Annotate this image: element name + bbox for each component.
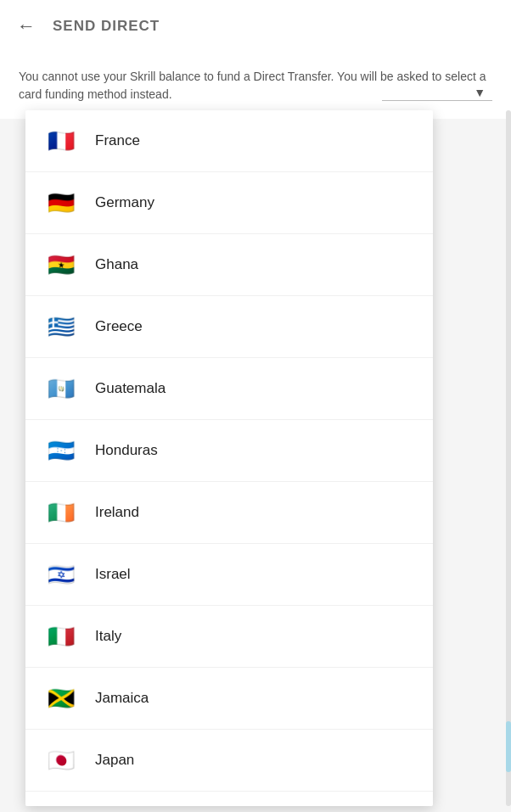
flag-icon: 🇭🇳 xyxy=(42,432,80,469)
scrollbar-thumb[interactable] xyxy=(506,721,511,772)
country-name: France xyxy=(95,132,140,149)
page-title: SEND DIRECT xyxy=(53,18,160,35)
country-dropdown[interactable]: 🇫🇷France🇩🇪Germany🇬🇭Ghana🇬🇷Greece🇬🇹Guatem… xyxy=(25,110,433,806)
flag-icon: 🇫🇷 xyxy=(42,122,80,160)
flag-icon: 🇯🇵 xyxy=(42,742,80,779)
country-item[interactable]: 🇰🇪Kenya xyxy=(25,792,433,806)
flag-icon: 🇮🇱 xyxy=(42,556,80,593)
country-name: Guatemala xyxy=(95,380,166,397)
country-name: Ghana xyxy=(95,256,138,273)
country-name: Greece xyxy=(95,318,143,335)
scrollbar-track[interactable] xyxy=(506,110,511,806)
country-item[interactable]: 🇯🇵Japan xyxy=(25,730,433,792)
flag-icon: 🇬🇹 xyxy=(42,370,80,407)
flag-icon: 🇮🇹 xyxy=(42,618,80,655)
country-name: Japan xyxy=(95,752,134,769)
header: ← SEND DIRECT xyxy=(0,0,511,53)
country-item[interactable]: 🇬🇷Greece xyxy=(25,296,433,358)
country-name: Germany xyxy=(95,194,154,211)
flag-icon: 🇬🇭 xyxy=(42,246,80,283)
country-name: Israel xyxy=(95,566,131,583)
country-item[interactable]: 🇫🇷France xyxy=(25,110,433,172)
flag-icon: 🇰🇪 xyxy=(42,804,80,806)
flag-icon: 🇮🇪 xyxy=(42,494,80,531)
country-name: Honduras xyxy=(95,442,158,459)
flag-icon: 🇯🇲 xyxy=(42,680,80,717)
country-item[interactable]: 🇯🇲Jamaica xyxy=(25,668,433,730)
country-item[interactable]: 🇮🇱Israel xyxy=(25,544,433,606)
country-item[interactable]: 🇩🇪Germany xyxy=(25,172,433,234)
country-name: Ireland xyxy=(95,504,139,521)
country-item[interactable]: 🇮🇪Ireland xyxy=(25,482,433,544)
country-name: Italy xyxy=(95,628,121,645)
dropdown-underline xyxy=(382,100,492,101)
back-button[interactable]: ← xyxy=(17,15,36,37)
info-text: You cannot use your Skrill balance to fu… xyxy=(0,53,511,119)
country-item[interactable]: 🇬🇹Guatemala xyxy=(25,358,433,420)
country-item[interactable]: 🇭🇳Honduras xyxy=(25,420,433,482)
flag-icon: 🇬🇷 xyxy=(42,308,80,345)
dropdown-arrow[interactable]: ▼ xyxy=(474,85,486,100)
country-name: Jamaica xyxy=(95,690,149,707)
country-item[interactable]: 🇬🇭Ghana xyxy=(25,234,433,296)
country-item[interactable]: 🇮🇹Italy xyxy=(25,606,433,668)
flag-icon: 🇩🇪 xyxy=(42,184,80,221)
